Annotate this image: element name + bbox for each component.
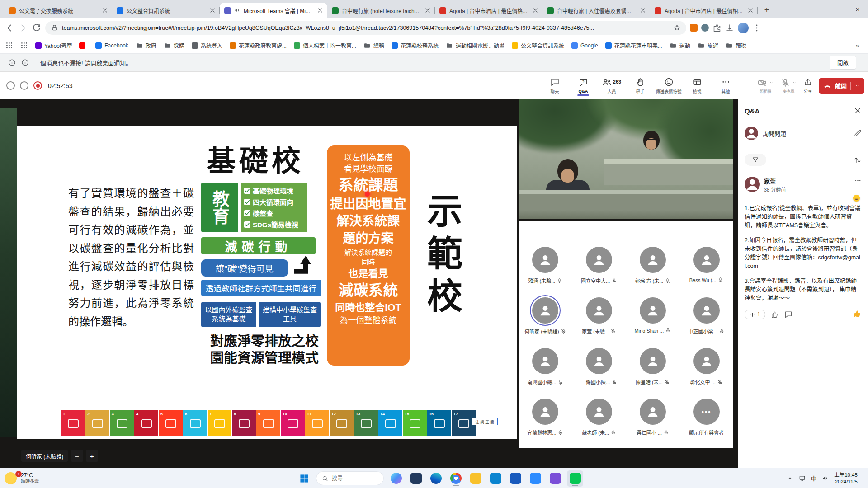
participant-tile[interactable]: ••• 家萱 (未驗... bbox=[572, 297, 626, 348]
tab-close-icon[interactable] bbox=[747, 7, 754, 14]
bookmarks-overflow-chevron[interactable]: » bbox=[855, 42, 863, 49]
taskbar-app-icon[interactable] bbox=[527, 470, 543, 487]
enable-notifications-button[interactable]: 開啟 bbox=[830, 56, 856, 70]
taskbar-app-icon[interactable] bbox=[487, 470, 504, 487]
browser-tab[interactable]: 公文電子交換服務系統 bbox=[5, 3, 112, 18]
browser-tab[interactable]: 公文整合資訊系統 bbox=[112, 3, 220, 18]
filter-button[interactable] bbox=[745, 154, 766, 166]
participant-tile[interactable]: ••• Bess Wu (... bbox=[679, 247, 733, 297]
tab-close-icon[interactable] bbox=[316, 7, 324, 14]
volume-tray-icon[interactable] bbox=[822, 475, 829, 482]
participant-tile[interactable]: ••• 顯示所有與會者 bbox=[679, 399, 733, 449]
bookmark-star-icon[interactable] bbox=[673, 24, 681, 32]
leave-button[interactable]: 離開 bbox=[819, 78, 864, 94]
window-maximize-button[interactable] bbox=[826, 0, 847, 18]
bookmark-item[interactable]: Facebook bbox=[95, 42, 128, 49]
participant-tile[interactable]: ••• 何昕家 (未驗證) bbox=[519, 297, 572, 348]
zoom-out-button[interactable]: − bbox=[71, 450, 83, 462]
browser-profile-avatar[interactable] bbox=[738, 23, 749, 33]
downloads-icon[interactable] bbox=[725, 23, 734, 33]
share-button[interactable]: 分享 bbox=[803, 78, 812, 94]
ask-question-row[interactable]: 詢問問題 bbox=[738, 127, 868, 140]
back-icon[interactable] bbox=[5, 23, 14, 33]
participant-tile[interactable]: ••• 中正國小梁... bbox=[679, 297, 733, 348]
tab-audio-icon[interactable] bbox=[234, 7, 241, 14]
new-tab-button[interactable]: + bbox=[760, 4, 773, 16]
apps-grid-icon[interactable] bbox=[5, 42, 13, 49]
bookmark-item[interactable]: 公文整合資訊系統 bbox=[512, 42, 564, 49]
meeting-toolbar-button[interactable]: 聊天 bbox=[542, 75, 568, 97]
browser-tab[interactable]: 台中輕行旅 | 入住優惠及套餐... bbox=[542, 3, 650, 18]
ime-toolbar[interactable]: 注 詞 正 簡 bbox=[472, 418, 498, 425]
meeting-toolbar-button[interactable]: 傳送表情符號 bbox=[656, 75, 682, 97]
bookmark-item[interactable]: 花蓮縣政府教育處... bbox=[230, 42, 287, 49]
hidden-icons-chevron-icon[interactable] bbox=[787, 475, 793, 482]
taskbar-app-icon[interactable] bbox=[467, 470, 484, 487]
participant-tile[interactable]: ••• 蘇老師 (未... bbox=[572, 399, 626, 449]
taskbar-search[interactable] bbox=[316, 471, 384, 485]
bookmark-item[interactable]: Google bbox=[571, 42, 598, 49]
mic-control[interactable]: 麥克風 bbox=[780, 78, 797, 94]
camera-chevron-icon[interactable] bbox=[769, 80, 774, 85]
meeting-toolbar-button[interactable]: 其他 bbox=[712, 75, 739, 97]
participant-tile[interactable]: ••• 陳星皓 (未... bbox=[626, 348, 680, 399]
bookmark-item[interactable]: 總務 bbox=[363, 42, 384, 49]
zoom-in-button[interactable]: + bbox=[86, 450, 98, 462]
camera-control[interactable]: 照相機 bbox=[757, 78, 774, 94]
taskbar-app-icon[interactable] bbox=[567, 470, 583, 487]
bookmark-item[interactable]: 報稅 bbox=[726, 42, 746, 49]
presentation-slide[interactable]: 基礎校 有了實質環境的盤查＋碳盤查的結果，歸納出必要可行有效的減碳作為，並以碳盤… bbox=[17, 126, 517, 439]
spotlight-video[interactable] bbox=[519, 99, 733, 219]
taskbar-app-icon[interactable] bbox=[388, 470, 404, 487]
qa-close-icon[interactable] bbox=[854, 107, 862, 115]
clock[interactable]: 上午10:45 2024/11/5 bbox=[834, 472, 858, 485]
upvote-button[interactable]: 1 bbox=[745, 310, 765, 319]
participant-tile[interactable]: ••• 雅涵 (未驗... bbox=[519, 247, 572, 297]
bookmark-item[interactable]: Yahoo!奇摩 bbox=[35, 42, 72, 49]
leave-chevron-icon[interactable] bbox=[854, 83, 860, 89]
show-desktop-button[interactable] bbox=[863, 472, 864, 485]
comment-icon[interactable] bbox=[784, 310, 793, 319]
address-bar[interactable]: teams.microsoft.com/v2/?meetingjoin=true… bbox=[45, 21, 686, 35]
mic-off-icon[interactable] bbox=[780, 78, 790, 88]
participant-tile[interactable]: ••• 三條國小陳... bbox=[572, 348, 626, 399]
taskbar-app-icon[interactable] bbox=[507, 470, 524, 487]
extensions-puzzle-icon[interactable] bbox=[712, 23, 722, 33]
tab-close-icon[interactable] bbox=[639, 7, 646, 14]
meeting-toolbar-button[interactable]: 263 人員 bbox=[599, 75, 625, 97]
weather-widget[interactable]: 1 27°C 晴時多雲 bbox=[5, 468, 39, 488]
window-minimize-button[interactable] bbox=[806, 0, 826, 18]
participant-tile[interactable]: ••• 彰化女中 ... bbox=[679, 348, 733, 399]
ask-question-label[interactable]: 詢問問題 bbox=[763, 129, 849, 138]
tab-close-icon[interactable] bbox=[209, 7, 216, 14]
participant-tile[interactable]: ••• 郭琮 方 (未... bbox=[626, 247, 680, 297]
taskbar-app-icon[interactable] bbox=[547, 470, 563, 487]
taskbar-app-icon[interactable] bbox=[408, 470, 424, 487]
bookmark-item[interactable] bbox=[79, 42, 88, 49]
participant-tile[interactable]: ••• 南興國小總... bbox=[519, 348, 572, 399]
post-more-icon[interactable] bbox=[854, 177, 862, 184]
browser-tab[interactable]: 台中輕行旅 (hotel leisure taich... bbox=[327, 3, 435, 18]
participant-tile[interactable]: ••• 宜蘭縣林惠... bbox=[519, 399, 572, 449]
apps-grid-icon-2[interactable] bbox=[20, 42, 28, 49]
lock-icon[interactable] bbox=[51, 24, 58, 32]
bookmark-item[interactable]: 個人檔案｜均一教育... bbox=[294, 42, 356, 49]
taskbar-search-input[interactable] bbox=[332, 475, 373, 482]
tab-close-icon[interactable] bbox=[532, 7, 539, 14]
start-button[interactable] bbox=[297, 471, 312, 486]
meeting-toolbar-button[interactable]: 檢視 bbox=[684, 75, 710, 97]
window-close-button[interactable]: × bbox=[847, 0, 868, 18]
tab-close-icon[interactable] bbox=[424, 7, 431, 14]
ime-indicator[interactable]: 中 bbox=[811, 474, 816, 482]
participant-tile[interactable]: ••• 興仁國小 ... bbox=[626, 399, 680, 449]
camera-off-icon[interactable] bbox=[757, 78, 767, 88]
bookmark-item[interactable]: 運動 bbox=[670, 42, 690, 49]
like-icon[interactable] bbox=[771, 310, 779, 319]
meeting-toolbar-button[interactable]: ? Q&A bbox=[570, 75, 596, 96]
tab-close-icon[interactable] bbox=[101, 7, 108, 14]
browser-tab[interactable]: Microsoft Teams 會議 | Mi... bbox=[220, 3, 327, 18]
bookmark-item[interactable]: 政府 bbox=[136, 42, 156, 49]
extension-icon-2[interactable] bbox=[701, 24, 709, 32]
taskbar-app-icon[interactable] bbox=[428, 470, 444, 487]
meeting-toolbar-button[interactable]: 舉手 bbox=[627, 75, 653, 97]
